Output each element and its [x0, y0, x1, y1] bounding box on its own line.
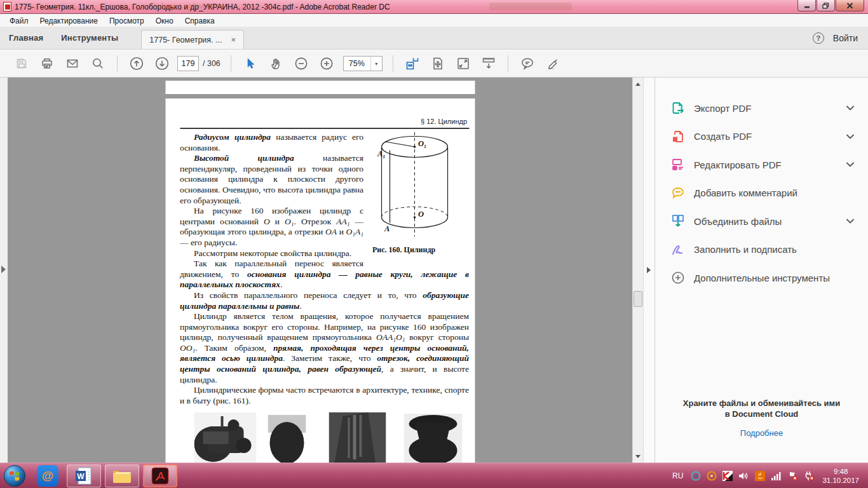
hand-tool-icon[interactable] — [266, 54, 285, 73]
tray-wireless-icon[interactable] — [691, 471, 701, 481]
tab-bar: Главная Инструменты 1775- Геометрия. ...… — [0, 27, 868, 50]
zoom-caret-icon[interactable]: ▾ — [370, 57, 382, 71]
restore-button[interactable] — [817, 0, 835, 11]
system-tray: RU 9:48 31.10.2017 — [672, 467, 868, 485]
page-total-label: / 306 — [203, 59, 220, 68]
menu-item-1[interactable]: Редактирование — [34, 17, 104, 25]
label-a: A — [384, 224, 390, 234]
more-tools-tool[interactable]: Дополнительные инструменты — [655, 264, 868, 292]
taskbar: @ W RU 9:48 31.10.2017 — [0, 463, 868, 488]
page-section-header: § 12. Цилиндр — [421, 118, 467, 125]
menu-item-2[interactable]: Просмотр — [104, 17, 150, 25]
menu-item-3[interactable]: Окно — [150, 17, 179, 25]
fill-sign-icon — [670, 242, 686, 257]
chevron-down-icon[interactable] — [845, 132, 855, 142]
menu-item-0[interactable]: Файл — [4, 17, 34, 25]
navigation-pane-expand-icon[interactable] — [1, 266, 6, 273]
fill-sign-tool[interactable]: Заполнить и подписать — [655, 236, 868, 264]
highlight-tool-icon[interactable] — [543, 54, 562, 73]
combine-files-tool[interactable]: Объединить файлы — [655, 207, 868, 236]
tray-volume-icon[interactable] — [738, 471, 749, 481]
cloud-promo-text: Храните файлы и обменивайтесь ими в Docu… — [655, 398, 868, 419]
taskbar-word-button[interactable]: W — [67, 464, 101, 487]
title-bar[interactable]: Работа с таблицами 1775- Геометрия. 11кл… — [0, 0, 868, 14]
vertical-scrollbar[interactable] — [632, 78, 643, 463]
language-indicator[interactable]: RU — [672, 471, 683, 480]
clock[interactable]: 9:48 31.10.2017 — [822, 467, 859, 485]
create-pdf-tool[interactable]: Создать PDF — [655, 123, 868, 151]
paragraph: Из свойств параллельного переноса следуе… — [180, 290, 469, 311]
toolbar-collapse-button[interactable] — [479, 54, 498, 73]
create-pdf-icon — [670, 129, 686, 144]
comment-tool-icon[interactable] — [518, 54, 537, 73]
tray-network-icon[interactable] — [771, 471, 782, 481]
tray-action-center-icon[interactable] — [787, 471, 798, 481]
cylinder-figure — [369, 130, 464, 239]
tray-java-icon[interactable] — [755, 471, 765, 481]
fullscreen-button[interactable] — [454, 54, 473, 73]
edit-pdf-tool[interactable]: Редактировать PDF — [655, 151, 868, 179]
add-comment-tool[interactable]: Добавить комментарий — [655, 179, 868, 208]
document-tab[interactable]: 1775- Геометрия. ... × — [141, 30, 244, 49]
scrollbar-thumb[interactable] — [634, 291, 642, 307]
export-pdf-tool[interactable]: Экспорт PDF — [655, 94, 868, 123]
tab-home[interactable]: Главная — [0, 33, 52, 43]
document-tab-label: 1775- Геометрия. ... — [149, 36, 222, 44]
zoom-out-button[interactable] — [292, 54, 311, 73]
next-page-button[interactable] — [153, 54, 172, 73]
tools-panel-collapse-strip[interactable] — [643, 78, 654, 463]
print-button[interactable] — [37, 54, 57, 73]
document-view[interactable]: § 12. Цилиндр — [8, 78, 632, 463]
menu-item-4[interactable]: Справка — [179, 17, 220, 25]
tool-label: Дополнительные инструменты — [694, 273, 855, 283]
paragraph: Цилиндрические формы часто встречаются в… — [180, 385, 469, 406]
label-o: O — [418, 209, 424, 220]
figure-160-caption: Рис. 160. Цилиндр — [369, 245, 469, 255]
tool-label: Экспорт PDF — [694, 103, 845, 114]
tray-update-icon[interactable] — [707, 471, 717, 481]
previous-page-button[interactable] — [127, 54, 146, 73]
sign-in-button[interactable]: Войти — [833, 33, 858, 43]
taskbar-acrobat-button[interactable] — [143, 464, 177, 487]
tool-label: Добавить комментарий — [694, 187, 855, 198]
tool-label: Заполнить и подписать — [694, 244, 855, 255]
document-tab-close-icon[interactable]: × — [231, 36, 236, 44]
start-button[interactable] — [3, 464, 27, 488]
learn-more-link[interactable]: Подробнее — [740, 428, 783, 438]
chevron-down-icon[interactable] — [845, 103, 855, 113]
edit-pdf-icon — [670, 157, 686, 172]
paragraph: Так как параллельный перенос является дв… — [180, 259, 469, 290]
zoom-in-button[interactable] — [317, 54, 336, 73]
tab-tools[interactable]: Инструменты — [52, 33, 127, 43]
search-icon[interactable] — [88, 54, 107, 73]
svg-text:W: W — [77, 471, 85, 480]
minimize-button[interactable] — [797, 0, 816, 11]
fit-page-button[interactable] — [428, 54, 447, 73]
select-tool-icon[interactable] — [241, 54, 260, 73]
tool-label: Создать PDF — [694, 131, 845, 142]
tools-panel-collapse-icon[interactable] — [647, 267, 651, 273]
page-body: O₁ A₁ O A Рис. 160. Цилиндр Радиусом цил… — [180, 132, 469, 463]
fit-width-button[interactable] — [403, 54, 422, 73]
page-number-input[interactable]: 179 — [177, 56, 199, 71]
help-icon[interactable]: ? — [813, 32, 824, 44]
taskbar-amigo-browser-icon[interactable]: @ — [37, 465, 58, 487]
tray-kaspersky-icon[interactable] — [722, 471, 733, 481]
tools-panel: Экспорт PDFСоздать PDFРедактировать PDFД… — [654, 78, 868, 463]
scroll-down-icon[interactable] — [633, 451, 643, 461]
email-button[interactable] — [63, 54, 82, 73]
zoom-level-dropdown[interactable]: 75% ▾ — [343, 56, 383, 71]
scroll-up-icon[interactable] — [633, 79, 643, 89]
chevron-down-icon[interactable] — [845, 159, 855, 170]
navigation-pane-strip[interactable] — [0, 78, 8, 463]
fig161-photo-b — [268, 415, 306, 463]
tray-power-icon[interactable] — [804, 471, 815, 481]
clock-date: 31.10.2017 — [822, 476, 859, 485]
taskbar-explorer-button[interactable] — [105, 464, 139, 487]
save-button[interactable] — [12, 54, 31, 73]
figure-160: O₁ A₁ O A Рис. 160. Цилиндр — [369, 130, 469, 255]
acrobat-reader-window: Работа с таблицами 1775- Геометрия. 11кл… — [0, 0, 868, 488]
close-button[interactable] — [836, 0, 864, 11]
label-a1: A₁ — [377, 149, 386, 159]
chevron-down-icon[interactable] — [845, 216, 855, 226]
